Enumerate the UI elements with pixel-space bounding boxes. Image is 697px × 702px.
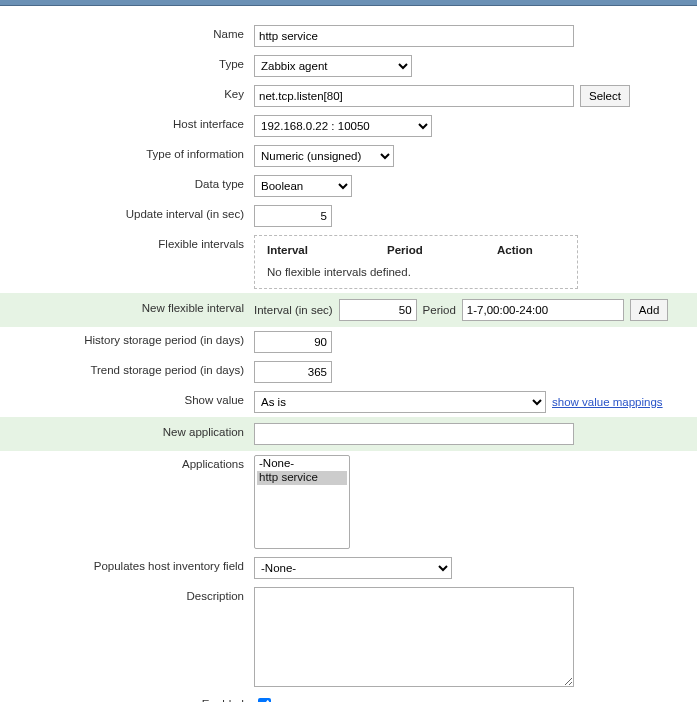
- label-data-type: Data type: [0, 175, 254, 190]
- key-input[interactable]: [254, 85, 574, 107]
- new-flex-period-label: Period: [423, 304, 456, 316]
- row-history: History storage period (in days): [0, 327, 697, 357]
- data-type-select[interactable]: Boolean: [254, 175, 352, 197]
- inventory-select[interactable]: -None-: [254, 557, 452, 579]
- select-button[interactable]: Select: [580, 85, 630, 107]
- add-button[interactable]: Add: [630, 299, 668, 321]
- label-new-app: New application: [0, 423, 254, 438]
- host-interface-select[interactable]: 192.168.0.22 : 10050: [254, 115, 432, 137]
- item-form: Name Type Zabbix agent Key Select Host i…: [0, 6, 697, 702]
- trend-input[interactable]: [254, 361, 332, 383]
- flex-col-action: Action: [497, 244, 533, 256]
- name-input[interactable]: [254, 25, 574, 47]
- label-update-interval: Update interval (in sec): [0, 205, 254, 220]
- description-textarea[interactable]: [254, 587, 574, 687]
- row-update-interval: Update interval (in sec): [0, 201, 697, 231]
- flex-header: Interval Period Action: [267, 244, 565, 256]
- new-flex-period-input[interactable]: [462, 299, 624, 321]
- flex-empty-text: No flexible intervals defined.: [267, 266, 565, 278]
- label-inventory: Populates host inventory field: [0, 557, 254, 572]
- label-type-of-info: Type of information: [0, 145, 254, 160]
- row-type: Type Zabbix agent: [0, 51, 697, 81]
- label-history: History storage period (in days): [0, 331, 254, 346]
- flex-intervals-box: Interval Period Action No flexible inter…: [254, 235, 578, 289]
- row-type-of-info: Type of information Numeric (unsigned): [0, 141, 697, 171]
- row-name: Name: [0, 21, 697, 51]
- row-show-value: Show value As is show value mappings: [0, 387, 697, 417]
- label-show-value: Show value: [0, 391, 254, 406]
- row-description: Description: [0, 583, 697, 691]
- applications-select[interactable]: -None- http service: [254, 455, 350, 549]
- enabled-checkbox[interactable]: [258, 698, 271, 702]
- show-value-select[interactable]: As is: [254, 391, 546, 413]
- row-host-interface: Host interface 192.168.0.22 : 10050: [0, 111, 697, 141]
- flex-col-period: Period: [387, 244, 497, 256]
- apps-option-http[interactable]: http service: [257, 471, 347, 485]
- flex-col-interval: Interval: [267, 244, 387, 256]
- label-name: Name: [0, 25, 254, 40]
- row-new-flex-interval: New flexible interval Interval (in sec) …: [0, 293, 697, 327]
- label-apps: Applications: [0, 455, 254, 470]
- type-of-info-select[interactable]: Numeric (unsigned): [254, 145, 394, 167]
- label-new-flex: New flexible interval: [0, 299, 254, 314]
- row-inventory: Populates host inventory field -None-: [0, 553, 697, 583]
- row-flex-intervals: Flexible intervals Interval Period Actio…: [0, 231, 697, 293]
- row-new-app: New application: [0, 417, 697, 451]
- row-apps: Applications -None- http service: [0, 451, 697, 553]
- label-enabled: Enabled: [0, 695, 254, 702]
- row-data-type: Data type Boolean: [0, 171, 697, 201]
- row-trend: Trend storage period (in days): [0, 357, 697, 387]
- history-input[interactable]: [254, 331, 332, 353]
- label-type: Type: [0, 55, 254, 70]
- new-flex-interval-label: Interval (in sec): [254, 304, 333, 316]
- new-app-input[interactable]: [254, 423, 574, 445]
- type-select[interactable]: Zabbix agent: [254, 55, 412, 77]
- apps-option-none[interactable]: -None-: [257, 457, 347, 471]
- label-key: Key: [0, 85, 254, 100]
- new-flex-interval-input[interactable]: [339, 299, 417, 321]
- show-value-mappings-link[interactable]: show value mappings: [552, 396, 663, 408]
- update-interval-input[interactable]: [254, 205, 332, 227]
- row-key: Key Select: [0, 81, 697, 111]
- label-host-interface: Host interface: [0, 115, 254, 130]
- row-enabled: Enabled: [0, 691, 697, 702]
- label-desc: Description: [0, 587, 254, 602]
- label-flex-intervals: Flexible intervals: [0, 235, 254, 250]
- label-trend: Trend storage period (in days): [0, 361, 254, 376]
